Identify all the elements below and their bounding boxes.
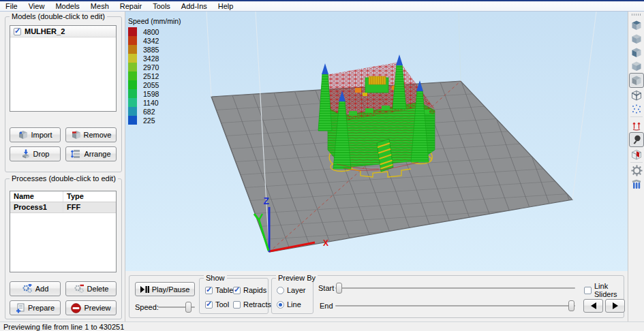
castle-model (318, 54, 435, 172)
rapids-checkbox-box[interactable] (233, 287, 241, 294)
play-pause-button[interactable]: Play/Pause (135, 282, 195, 296)
viewport-3d[interactable]: X Z Speed (mm/min) 4800 4342 3885 3428 2… (125, 12, 628, 271)
delete-process-button[interactable]: Delete (65, 281, 117, 296)
isometric-view-button[interactable] (629, 18, 644, 31)
legend-row: 2055 (128, 80, 181, 89)
wireframe-cube-icon (631, 90, 642, 101)
remove-button[interactable]: Remove (65, 127, 117, 142)
legend-value: 225 (143, 116, 155, 125)
left-sidebar: Models (double-click to edit) MULHER_2 I… (0, 12, 125, 321)
top-view-button[interactable] (629, 32, 644, 45)
show-rapids-checkbox[interactable]: Rapids (233, 286, 266, 294)
normals-view-button[interactable] (629, 119, 644, 131)
processes-table[interactable]: Name Type Process1 FFF (10, 191, 117, 272)
menu-bar: File View Models Mesh Repair Tools Add-I… (0, 0, 644, 12)
show-retracts-checkbox[interactable]: Retracts (233, 300, 271, 309)
drop-button[interactable]: Drop (10, 146, 61, 161)
show-table-checkbox[interactable]: Table (205, 286, 233, 294)
preview-button[interactable]: Preview (65, 300, 117, 315)
column-header-type[interactable]: Type (63, 191, 116, 202)
line-radio-button[interactable] (277, 301, 284, 309)
processes-groupbox-title: Processes (double-click to edit) (10, 174, 118, 183)
legend-value: 4800 (143, 28, 159, 36)
layer-radio-button[interactable] (277, 287, 284, 294)
link-sliders-box[interactable] (584, 287, 592, 294)
column-header-name[interactable]: Name (10, 191, 63, 202)
settings-button[interactable] (629, 164, 644, 177)
menu-mesh[interactable]: Mesh (85, 1, 114, 12)
legend-row: 4342 (128, 36, 181, 45)
menu-repair[interactable]: Repair (114, 1, 147, 12)
import-button[interactable]: Import (10, 127, 61, 142)
legend-row: 682 (128, 107, 181, 116)
legend-row: 4800 (128, 27, 181, 36)
preview-by-line-radio[interactable]: Line (277, 300, 301, 309)
supports-button[interactable] (629, 178, 644, 191)
models-list[interactable]: MULHER_2 (10, 25, 117, 112)
menu-models[interactable]: Models (50, 1, 85, 12)
step-back-button[interactable] (583, 299, 603, 313)
table-checkbox-label: Table (215, 286, 233, 294)
front-view-button[interactable] (629, 46, 644, 59)
wireframe-view-button[interactable] (629, 89, 644, 101)
menu-tools[interactable]: Tools (147, 1, 176, 12)
end-slider[interactable] (335, 305, 575, 308)
menu-view[interactable]: View (23, 1, 50, 12)
retracts-checkbox-label: Retracts (243, 300, 271, 309)
table-checkbox-box[interactable] (205, 287, 213, 294)
speed-legend: Speed (mm/min) 4800 4342 3885 3428 2970 … (128, 17, 181, 125)
preview-by-groupbox-title: Preview By (276, 274, 318, 282)
side-view-button[interactable] (629, 59, 644, 72)
legend-row: 3885 (128, 45, 181, 54)
legend-swatch (128, 63, 137, 72)
model-visibility-checkbox[interactable] (14, 28, 21, 35)
models-groupbox-title: Models (double-click to edit) (10, 12, 107, 20)
play-pause-icon (140, 286, 149, 293)
legend-swatch (128, 54, 137, 63)
legend-value: 1140 (143, 99, 159, 107)
add-process-button[interactable]: Add (10, 281, 61, 296)
show-tool-checkbox[interactable]: Tool (205, 300, 229, 309)
menu-file[interactable]: File (0, 1, 23, 12)
speed-label: Speed: (135, 303, 159, 311)
link-sliders-label: Link Sliders (594, 282, 628, 298)
legend-swatch (128, 98, 137, 107)
step-forward-button[interactable] (605, 299, 625, 313)
preview-by-groupbox: Preview By Layer Line (271, 278, 313, 314)
arrange-button[interactable]: Arrange (65, 146, 117, 161)
link-sliders-checkbox[interactable]: Link Sliders (584, 282, 628, 298)
retracts-checkbox-box[interactable] (233, 301, 241, 309)
simplify3d-window: { "menu": { "items": ["File","View","Mod… (0, 0, 644, 331)
start-slider-handle[interactable] (336, 283, 342, 294)
preview-light-button[interactable] (629, 132, 644, 147)
speed-slider[interactable] (158, 306, 195, 309)
cross-section-button[interactable] (629, 148, 644, 161)
cross-section-icon (631, 149, 642, 160)
point-view-button[interactable] (629, 102, 644, 115)
process-name-cell: Process1 (10, 202, 63, 212)
show-groupbox-title: Show (204, 274, 227, 282)
legend-swatch (128, 45, 137, 54)
model-list-item[interactable]: MULHER_2 (10, 26, 116, 37)
toolbar-grip[interactable] (632, 14, 641, 16)
speed-legend-title: Speed (mm/min) (128, 17, 181, 25)
speed-slider-handle[interactable] (185, 302, 191, 313)
support-structures-icon (631, 179, 642, 190)
default-view-button[interactable] (629, 73, 644, 88)
legend-row: 225 (128, 116, 181, 125)
process-table-row[interactable]: Process1 FFF (10, 202, 116, 213)
prepare-button[interactable]: Prepare (10, 300, 61, 315)
tool-checkbox-box[interactable] (205, 301, 213, 309)
delete-gears-icon (74, 284, 85, 294)
start-slider[interactable] (335, 287, 575, 290)
preview-by-layer-radio[interactable]: Layer (277, 286, 306, 294)
menu-help[interactable]: Help (213, 1, 239, 12)
menu-add-ins[interactable]: Add-Ins (176, 1, 213, 12)
front-view-cube-icon (631, 47, 642, 58)
default-view-cube-icon (631, 75, 642, 86)
process-type-cell: FFF (63, 202, 116, 212)
end-slider-handle[interactable] (568, 300, 574, 311)
legend-value: 682 (143, 108, 155, 116)
status-text: Previewing file from line 1 to 430251 (3, 323, 124, 331)
z-axis-label: Z (263, 195, 269, 206)
